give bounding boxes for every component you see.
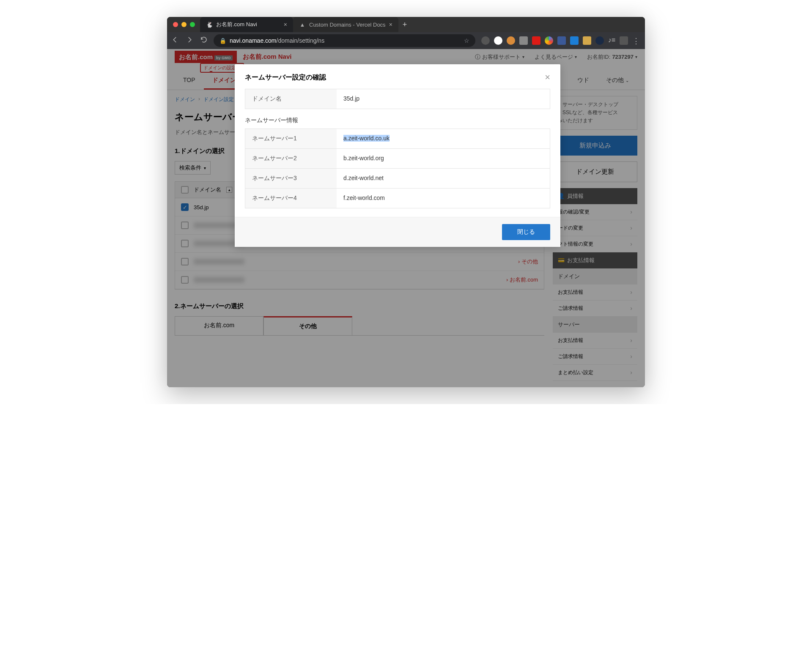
ext-icon[interactable] (507, 36, 515, 45)
domain-name-label: ドメイン名 (245, 89, 337, 109)
nameserver-label: ネームサーバー4 (245, 189, 337, 208)
nameserver-info-heading: ネームサーバー情報 (245, 117, 550, 124)
ext-icon[interactable] (519, 36, 528, 45)
lock-icon: 🔒 (219, 38, 226, 44)
browser-tabs: 🐇 お名前.com Navi × ▲ Custom Domains - Verc… (200, 17, 411, 32)
nameserver-confirm-modal: ネームサーバー設定の確認 × ドメイン名 35d.jp ネームサーバー情報 ネー… (235, 64, 560, 247)
ext-icon[interactable] (481, 36, 490, 45)
titlebar: 🐇 お名前.com Navi × ▲ Custom Domains - Verc… (167, 17, 645, 32)
tab-close-icon[interactable]: × (284, 21, 287, 28)
tab-favicon-icon: 🐇 (206, 21, 213, 28)
forward-icon[interactable] (186, 36, 193, 45)
browser-window: 🐇 お名前.com Navi × ▲ Custom Domains - Verc… (167, 17, 645, 387)
ext-icon[interactable] (545, 36, 553, 45)
traffic-lights (173, 22, 195, 27)
url-text: navi.onamae.com/domain/setting/ns (230, 37, 324, 44)
new-tab-button[interactable]: + (398, 17, 411, 32)
browser-tab-active[interactable]: 🐇 お名前.com Navi × (200, 17, 293, 32)
ext-icon[interactable] (570, 36, 579, 45)
modal-title: ネームサーバー設定の確認 (245, 73, 326, 82)
profile-avatar[interactable] (620, 36, 628, 45)
nameserver-value: d.zeit-world.net (337, 169, 550, 188)
nameserver-label: ネームサーバー3 (245, 169, 337, 188)
window-minimize-icon[interactable] (181, 22, 187, 27)
ext-icon[interactable] (583, 36, 591, 45)
ext-icon[interactable] (494, 36, 502, 45)
tab-title: Custom Domains - Vercel Docs (309, 22, 386, 28)
nameserver-value: f.zeit-world.com (337, 189, 550, 208)
media-icon[interactable]: ♪≡ (608, 36, 615, 45)
browser-tab-inactive[interactable]: ▲ Custom Domains - Vercel Docs × (293, 17, 398, 32)
url-bar[interactable]: 🔒 navi.onamae.com/domain/setting/ns ☆ (214, 34, 475, 47)
nameserver-value: b.zeit-world.org (337, 149, 550, 168)
nameserver-label: ネームサーバー2 (245, 149, 337, 168)
ext-icon[interactable] (532, 36, 540, 45)
tab-title: お名前.com Navi (216, 21, 257, 28)
page-content: お名前.comby GMO お名前.com Navi ⓘ お客様サポート ▾ よ… (167, 49, 645, 387)
bookmark-star-icon[interactable]: ☆ (464, 37, 469, 44)
window-close-icon[interactable] (173, 22, 178, 27)
menu-icon[interactable]: ⋮ (632, 36, 641, 45)
nameserver-value: a.zeit-world.co.uk (337, 129, 550, 148)
nameserver-label: ネームサーバー1 (245, 129, 337, 148)
domain-name-value: 35d.jp (337, 89, 550, 109)
domain-info-table: ドメイン名 35d.jp (245, 89, 550, 109)
nameserver-table: ネームサーバー1a.zeit-world.co.ukネームサーバー2b.zeit… (245, 129, 550, 208)
ext-icon[interactable] (557, 36, 566, 45)
reload-icon[interactable] (200, 36, 208, 45)
modal-close-button[interactable]: 閉じる (502, 224, 550, 240)
tab-close-icon[interactable]: × (389, 21, 392, 28)
modal-close-icon[interactable]: × (545, 72, 550, 83)
window-maximize-icon[interactable] (190, 22, 195, 27)
browser-toolbar: 🔒 navi.onamae.com/domain/setting/ns ☆ ♪≡… (167, 32, 645, 49)
back-icon[interactable] (171, 36, 179, 45)
ext-icon[interactable] (595, 36, 604, 45)
tab-favicon-icon: ▲ (299, 21, 306, 28)
extension-icons: ♪≡ ⋮ (481, 36, 641, 45)
